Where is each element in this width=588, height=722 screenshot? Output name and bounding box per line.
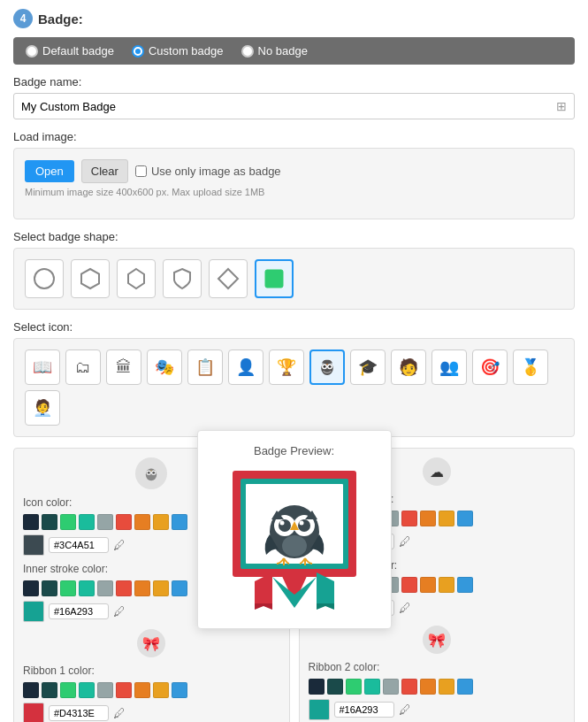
icon-swatch-9[interactable] — [172, 514, 187, 530]
icon-wreath[interactable]: 🏆 — [269, 349, 304, 385]
ribbon2-eyedropper[interactable]: 🖊 — [399, 703, 411, 717]
inner-stroke-eyedropper[interactable]: 🖊 — [113, 604, 126, 618]
icon-person-alt[interactable]: 🧑 — [391, 349, 426, 385]
icon-swatch-7[interactable] — [134, 514, 150, 530]
radio-custom-badge[interactable]: Custom badge — [132, 44, 224, 58]
ribbon1-swatch-4[interactable] — [79, 682, 95, 698]
ribbon2-input-row: 🖊 — [309, 699, 566, 720]
bg-swatch-6[interactable] — [401, 511, 417, 526]
icon-puzzle[interactable]: 🎭 — [147, 349, 182, 385]
outer-swatch-7[interactable] — [420, 577, 436, 593]
shape-diamond[interactable] — [209, 259, 248, 298]
inner-swatch-8[interactable] — [153, 580, 169, 596]
outer-swatch-8[interactable] — [439, 577, 454, 593]
ribbon1-swatch-9[interactable] — [172, 682, 187, 698]
outer-swatch-9[interactable] — [457, 577, 473, 593]
outer-stroke-eyedropper[interactable]: 🖊 — [399, 601, 411, 615]
radio-dot-custom — [132, 45, 144, 58]
icon-color-box[interactable] — [23, 534, 44, 556]
bg-swatch-7[interactable] — [420, 511, 436, 526]
load-image-label: Load image: — [13, 130, 575, 143]
shape-circle[interactable] — [25, 259, 64, 298]
use-only-image-checkbox[interactable] — [135, 165, 147, 177]
icon-book-open[interactable]: 📖 — [25, 349, 60, 385]
ribbon1-swatch-6[interactable] — [116, 682, 132, 698]
ribbon2-swatch-2[interactable] — [327, 679, 343, 695]
inner-stroke-hex[interactable] — [49, 603, 109, 619]
ribbon2-swatch-8[interactable] — [439, 679, 454, 695]
icon-eyedropper-icon[interactable]: 🖊 — [113, 538, 126, 552]
icon-color-hex[interactable] — [49, 537, 109, 553]
use-only-image-checkbox-label[interactable]: Use only image as badge — [135, 165, 281, 178]
icon-swatch-8[interactable] — [153, 514, 169, 530]
badge-name-field[interactable]: ⊞ — [13, 93, 575, 119]
ribbon1-swatch-3[interactable] — [60, 682, 76, 698]
ribbon2-color-box[interactable] — [309, 699, 330, 720]
ribbon1-swatch-5[interactable] — [97, 682, 113, 698]
ribbon2-swatch-3[interactable] — [346, 679, 362, 695]
icon-persons[interactable]: 👥 — [431, 349, 467, 385]
svg-marker-35 — [255, 603, 272, 610]
icon-panel: 📖 🗂 🏛 🎭 📋 👤 🏆 🎓 � — [13, 338, 575, 437]
bg-eyedropper[interactable]: 🖊 — [399, 534, 411, 549]
ribbon1-swatches — [23, 682, 280, 698]
badge-preview-overlay: Badge Preview: — [197, 430, 392, 629]
icon-swatch-6[interactable] — [116, 514, 132, 530]
radio-no-badge[interactable]: No badge — [241, 44, 308, 58]
shape-square[interactable] — [255, 259, 294, 298]
icon-list[interactable]: 📋 — [187, 349, 223, 385]
shape-shield[interactable] — [163, 259, 202, 298]
ribbon1-hex[interactable] — [49, 705, 109, 721]
ribbon2-swatch-4[interactable] — [364, 679, 380, 695]
inner-swatch-5[interactable] — [97, 580, 113, 596]
icon-swatch-3[interactable] — [60, 514, 76, 530]
ribbon2-swatch-5[interactable] — [383, 679, 399, 695]
radio-dot-default — [26, 45, 38, 58]
icon-building[interactable]: 🏛 — [106, 349, 141, 385]
inner-swatch-3[interactable] — [60, 580, 76, 596]
icon-swatch-1[interactable] — [23, 514, 39, 530]
ribbon1-input-row: 🖊 — [23, 703, 280, 722]
inner-stroke-color-box[interactable] — [23, 601, 44, 622]
icon-owl[interactable] — [309, 349, 345, 385]
ribbon2-swatch-7[interactable] — [420, 679, 436, 695]
inner-swatch-6[interactable] — [116, 580, 132, 596]
clear-button[interactable]: Clear — [81, 159, 128, 183]
radio-default-badge[interactable]: Default badge — [26, 44, 114, 58]
icon-swatch-4[interactable] — [79, 514, 95, 530]
shape-hexagon-pointy[interactable] — [117, 259, 156, 298]
ribbon2-swatch-6[interactable] — [401, 679, 417, 695]
badge-shape-label: Select badge shape: — [13, 230, 575, 243]
bg-swatch-9[interactable] — [457, 511, 473, 526]
icon-target[interactable]: 🎯 — [472, 349, 508, 385]
ribbon1-swatch-2[interactable] — [42, 682, 57, 698]
icon-medal[interactable]: 🥇 — [513, 349, 548, 385]
icon-swatch-2[interactable] — [42, 514, 57, 530]
badge-name-input[interactable] — [21, 100, 556, 113]
ribbon1-swatch-1[interactable] — [23, 682, 39, 698]
svg-point-25 — [279, 521, 284, 526]
open-button[interactable]: Open — [25, 160, 74, 182]
ribbon2-swatch-1[interactable] — [309, 679, 325, 695]
ribbon1-color-box[interactable] — [23, 703, 44, 722]
inner-swatch-1[interactable] — [23, 580, 39, 596]
ribbon1-swatch-7[interactable] — [134, 682, 150, 698]
ribbon2-swatch-9[interactable] — [457, 679, 473, 695]
bg-icon-circle: ☁ — [423, 457, 451, 486]
bg-swatch-8[interactable] — [439, 511, 454, 526]
icon-graduation[interactable]: 🎓 — [350, 349, 386, 385]
outer-swatch-6[interactable] — [401, 577, 417, 593]
ribbon1-eyedropper[interactable]: 🖊 — [113, 706, 126, 720]
shape-hexagon-flat[interactable] — [71, 259, 110, 298]
icon-swatch-5[interactable] — [97, 514, 113, 530]
icon-person-shadow[interactable]: 🧑‍💼 — [25, 390, 60, 426]
icon-person[interactable]: 👤 — [228, 349, 263, 385]
inner-swatch-7[interactable] — [134, 580, 150, 596]
ribbon2-hex[interactable] — [334, 702, 394, 718]
inner-swatch-4[interactable] — [79, 580, 95, 596]
ribbon1-swatch-8[interactable] — [153, 682, 169, 698]
color-panels-row: Icon color: 🖊 Inner stroke color: — [13, 448, 575, 722]
inner-swatch-9[interactable] — [172, 580, 187, 596]
icon-layers[interactable]: 🗂 — [65, 349, 101, 385]
inner-swatch-2[interactable] — [42, 580, 57, 596]
